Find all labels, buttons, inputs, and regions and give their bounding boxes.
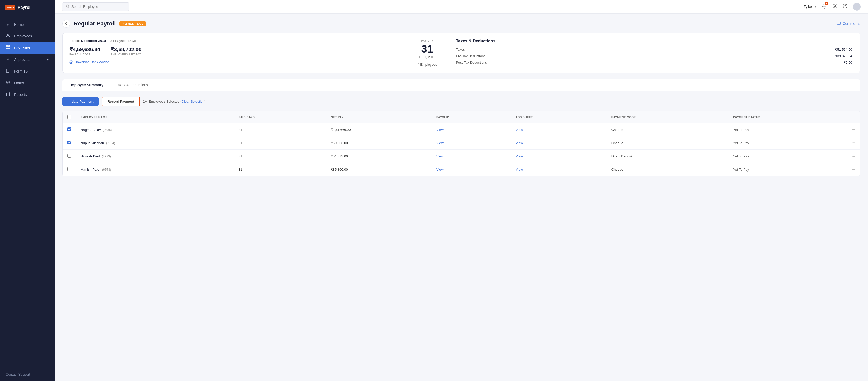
col-paid-days: PAID DAYS <box>234 111 326 123</box>
svg-rect-9 <box>7 93 8 96</box>
table-row: Manish Patel (6573) 31 ₹85,800.00 View V… <box>63 163 860 176</box>
avatar[interactable] <box>853 3 861 11</box>
user-menu[interactable]: Zylker ▼ <box>804 5 816 8</box>
row-checkbox-3[interactable] <box>67 167 71 171</box>
svg-point-14 <box>845 7 845 7</box>
sidebar-item-employees[interactable]: Employees <box>0 30 55 42</box>
emp-name: Manish Patel <box>81 168 100 171</box>
sidebar-item-label: Loans <box>14 81 24 85</box>
sidebar-item-label: Reports <box>14 93 27 97</box>
tds-view-link[interactable]: View <box>516 128 523 132</box>
payslip-view-link[interactable]: View <box>436 128 444 132</box>
payroll-cost-label: PAYROLL COST <box>69 53 100 56</box>
payment-status: Yet To Pay ••• <box>728 163 860 176</box>
search-input[interactable] <box>71 5 126 8</box>
loans-icon <box>6 80 10 85</box>
row-checkbox-2[interactable] <box>67 154 71 158</box>
col-tds-sheet: TDS SHEET <box>511 111 607 123</box>
sidebar-item-pay-runs[interactable]: Pay Runs <box>0 42 55 54</box>
settings-icon[interactable] <box>832 3 837 10</box>
table-row: Nagma Balay (2435) 31 ₹1,61,666.00 View … <box>63 123 860 136</box>
topbar-right: Zylker ▼ 7 <box>804 3 861 11</box>
sidebar-item-home[interactable]: ⌂ Home <box>0 19 55 30</box>
period-value: December 2019 <box>81 39 106 43</box>
reports-icon <box>6 92 10 97</box>
pay-day-month: DEC, 2019 <box>419 55 436 59</box>
tax-label-2: Post-Tax Deductions <box>456 61 487 64</box>
summary-amounts: ₹4,59,636.84 PAYROLL COST ₹3,68,702.00 E… <box>69 46 399 56</box>
back-button[interactable] <box>62 20 70 28</box>
record-payment-button[interactable]: Record Payment <box>102 97 140 106</box>
taxes-card: Taxes & Deductions Taxes ₹51,564.00 Pre-… <box>448 33 860 73</box>
tax-label-1: Pre-Tax Deductions <box>456 54 485 58</box>
emp-id: (8923) <box>102 155 111 158</box>
tab-employee-summary[interactable]: Employee Summary <box>62 79 110 92</box>
row-menu-icon[interactable]: ••• <box>851 168 855 171</box>
download-label: Download Bank Advice <box>74 60 109 64</box>
tax-value-1: ₹39,370.84 <box>835 54 852 58</box>
svg-rect-2 <box>8 45 10 47</box>
net-pay: ₹69,903.00 <box>326 136 432 150</box>
sidebar-item-label: Employees <box>14 34 32 38</box>
sidebar-item-label: Approvals <box>14 57 30 62</box>
employees-icon <box>6 34 10 38</box>
clear-selection-link[interactable]: Clear Selection <box>181 99 204 103</box>
svg-rect-4 <box>8 47 10 49</box>
table-row: Himesh Deol (8923) 31 ₹51,333.00 View Vi… <box>63 150 860 163</box>
page-title-area: Regular Payroll PAYMENT DUE <box>62 20 146 28</box>
contact-support[interactable]: Contact Support <box>0 368 55 381</box>
zoho-logo-icon: ZOHO <box>5 5 15 10</box>
notifications-icon[interactable]: 7 <box>822 3 827 10</box>
row-checkbox-0[interactable] <box>67 127 71 131</box>
help-icon[interactable] <box>842 3 848 10</box>
net-pay-label: EMPLOYEES' NET PAY <box>111 53 142 56</box>
comments-button[interactable]: Comments <box>837 22 860 26</box>
payslip-view-link[interactable]: View <box>436 141 444 145</box>
select-all-checkbox[interactable] <box>67 115 71 119</box>
payment-mode: Cheque <box>607 136 728 150</box>
tds-view-link[interactable]: View <box>516 154 523 158</box>
summary-period: Period: December 2019 | 31 Payable Days <box>69 39 399 43</box>
col-net-pay: NET PAY <box>326 111 432 123</box>
home-icon: ⌂ <box>6 22 10 27</box>
paid-days: 31 <box>234 136 326 150</box>
payslip-view-link[interactable]: View <box>436 154 444 158</box>
payment-status: Yet To Pay ••• <box>728 136 860 150</box>
table-header-row: EMPLOYEE NAME PAID DAYS NET PAY PAYSLIP … <box>63 111 860 123</box>
row-menu-icon[interactable]: ••• <box>851 141 855 145</box>
pay-runs-icon <box>6 45 10 50</box>
paid-days: 31 <box>234 163 326 176</box>
emp-id: (6573) <box>102 168 111 171</box>
tds-view-link[interactable]: View <box>516 168 523 171</box>
payment-mode: Cheque <box>607 163 728 176</box>
tds-view-link[interactable]: View <box>516 141 523 145</box>
download-bank-advice-link[interactable]: Download Bank Advice <box>69 60 399 64</box>
payable-days: 31 Payable Days <box>111 39 136 43</box>
svg-rect-10 <box>9 92 10 96</box>
search-box[interactable] <box>62 2 129 11</box>
row-menu-icon[interactable]: ••• <box>851 128 855 132</box>
col-payslip: PAYSLIP <box>432 111 511 123</box>
col-payment-status: PAYMENT STATUS <box>728 111 860 123</box>
payment-status: Yet To Pay ••• <box>728 150 860 163</box>
sidebar-item-form16[interactable]: Form 16 <box>0 65 55 77</box>
sidebar-item-label: Form 16 <box>14 69 28 73</box>
net-pay-block: ₹3,68,702.00 EMPLOYEES' NET PAY <box>111 46 142 56</box>
row-checkbox-1[interactable] <box>67 140 71 145</box>
chevron-right-icon: ▶ <box>47 58 49 61</box>
payment-due-badge: PAYMENT DUE <box>119 21 146 26</box>
notification-badge: 7 <box>825 2 829 5</box>
sidebar-item-loans[interactable]: Loans <box>0 77 55 89</box>
row-menu-icon[interactable]: ••• <box>851 154 855 158</box>
net-pay-value: ₹3,68,702.00 <box>111 46 142 53</box>
sidebar-item-approvals[interactable]: Approvals ▶ <box>0 54 55 65</box>
main-content: Zylker ▼ 7 Regular Payroll <box>55 0 868 381</box>
initiate-payment-button[interactable]: Initiate Payment <box>62 97 99 106</box>
emp-id: (2435) <box>103 128 112 132</box>
paid-days: 31 <box>234 150 326 163</box>
tab-taxes-deductions[interactable]: Taxes & Deductions <box>110 79 154 92</box>
payslip-view-link[interactable]: View <box>436 168 444 171</box>
sidebar-nav: ⌂ Home Employees Pay Runs Approvals ▶ <box>0 15 55 368</box>
svg-rect-3 <box>6 47 8 49</box>
sidebar-item-reports[interactable]: Reports <box>0 89 55 100</box>
